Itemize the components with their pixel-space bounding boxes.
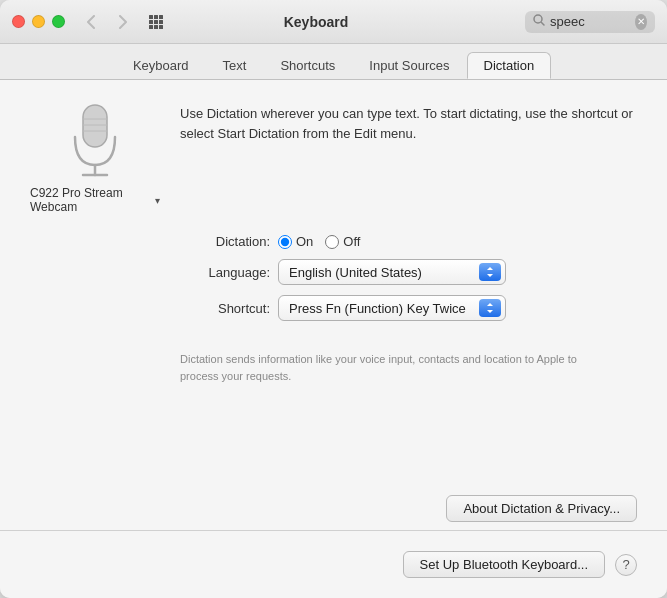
content-area: C922 Pro Stream Webcam ▾ Use Dictation w… xyxy=(0,79,667,598)
tab-dictation[interactable]: Dictation xyxy=(467,52,552,79)
tab-keyboard[interactable]: Keyboard xyxy=(116,52,206,79)
divider xyxy=(0,530,667,531)
description-text: Use Dictation wherever you can type text… xyxy=(180,100,637,214)
language-field-label: Language: xyxy=(180,265,270,280)
search-bar[interactable]: ✕ xyxy=(525,11,655,33)
dictation-toggle-row: Dictation: On Off xyxy=(180,234,637,249)
tab-bar: Keyboard Text Shortcuts Input Sources Di… xyxy=(0,44,667,79)
form-section: Dictation: On Off Language: English (Un xyxy=(180,234,637,321)
search-icon xyxy=(533,14,545,29)
mic-area: C922 Pro Stream Webcam ▾ xyxy=(30,100,160,214)
zoom-button[interactable] xyxy=(52,15,65,28)
mic-label[interactable]: C922 Pro Stream Webcam ▾ xyxy=(30,186,160,214)
mic-chevron-icon: ▾ xyxy=(155,195,160,206)
title-bar: Keyboard ✕ xyxy=(0,0,667,44)
dictation-on-radio[interactable] xyxy=(278,235,292,249)
help-label: ? xyxy=(622,557,629,572)
search-input[interactable] xyxy=(550,14,630,29)
tab-input-sources[interactable]: Input Sources xyxy=(352,52,466,79)
top-section: C922 Pro Stream Webcam ▾ Use Dictation w… xyxy=(30,100,637,214)
about-button-row: About Dictation & Privacy... xyxy=(30,495,637,522)
dictation-on-option[interactable]: On xyxy=(278,234,313,249)
tab-shortcuts[interactable]: Shortcuts xyxy=(263,52,352,79)
language-row: Language: English (United States) xyxy=(180,259,637,285)
privacy-text: Dictation sends information like your vo… xyxy=(180,351,580,384)
shortcut-value: Press Fn (Function) Key Twice xyxy=(289,301,479,316)
bottom-section: About Dictation & Privacy... Set Up Blue… xyxy=(30,495,637,578)
dictation-field-label: Dictation: xyxy=(180,234,270,249)
traffic-lights xyxy=(12,15,65,28)
language-select[interactable]: English (United States) xyxy=(278,259,506,285)
mic-device-label: C922 Pro Stream Webcam xyxy=(30,186,151,214)
window-title: Keyboard xyxy=(107,14,525,30)
language-value: English (United States) xyxy=(289,265,479,280)
keyboard-window: Keyboard ✕ Keyboard Text Shortcuts Input… xyxy=(0,0,667,598)
mic-icon xyxy=(60,100,130,180)
close-button[interactable] xyxy=(12,15,25,28)
dictation-off-label: Off xyxy=(343,234,360,249)
minimize-button[interactable] xyxy=(32,15,45,28)
svg-point-9 xyxy=(534,15,542,23)
shortcut-field-label: Shortcut: xyxy=(180,301,270,316)
shortcut-dropdown-icon xyxy=(479,299,501,317)
svg-rect-11 xyxy=(83,105,107,147)
back-button[interactable] xyxy=(77,11,105,33)
dictation-off-radio[interactable] xyxy=(325,235,339,249)
svg-line-10 xyxy=(542,23,545,26)
setup-button-row: Set Up Bluetooth Keyboard... ? xyxy=(30,551,637,578)
dictation-off-option[interactable]: Off xyxy=(325,234,360,249)
setup-bluetooth-button[interactable]: Set Up Bluetooth Keyboard... xyxy=(403,551,605,578)
help-button[interactable]: ? xyxy=(615,554,637,576)
tab-text[interactable]: Text xyxy=(206,52,264,79)
dictation-on-label: On xyxy=(296,234,313,249)
shortcut-row: Shortcut: Press Fn (Function) Key Twice xyxy=(180,295,637,321)
dictation-radio-group: On Off xyxy=(278,234,360,249)
about-dictation-button[interactable]: About Dictation & Privacy... xyxy=(446,495,637,522)
shortcut-select[interactable]: Press Fn (Function) Key Twice xyxy=(278,295,506,321)
language-dropdown-icon xyxy=(479,263,501,281)
search-clear-button[interactable]: ✕ xyxy=(635,14,647,30)
